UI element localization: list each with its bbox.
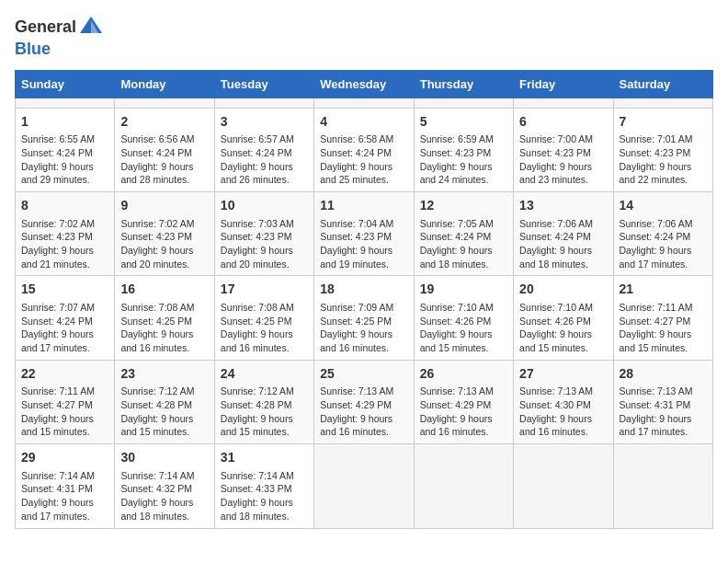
calendar-cell: 1Sunrise: 6:55 AM Sunset: 4:24 PM Daylig… [16, 108, 115, 191]
day-number: 8 [21, 197, 108, 215]
calendar-cell: 29Sunrise: 7:14 AM Sunset: 4:31 PM Dayli… [16, 444, 115, 528]
calendar-table: SundayMondayTuesdayWednesdayThursdayFrid… [15, 70, 713, 529]
day-number: 1 [21, 113, 108, 132]
calendar-cell [414, 98, 513, 108]
day-info: Sunrise: 7:02 AM Sunset: 4:23 PM Dayligh… [120, 217, 208, 271]
calendar-cell [613, 444, 712, 528]
calendar-cell: 11Sunrise: 7:04 AM Sunset: 4:23 PM Dayli… [314, 192, 414, 276]
day-number: 27 [519, 365, 607, 384]
column-header-thursday: Thursday [414, 70, 513, 98]
calendar-cell [16, 98, 115, 108]
day-number: 14 [620, 197, 707, 215]
day-number: 2 [120, 113, 208, 132]
calendar-cell: 16Sunrise: 7:08 AM Sunset: 4:25 PM Dayli… [115, 276, 214, 360]
day-number: 11 [320, 197, 407, 215]
calendar-cell [214, 98, 313, 108]
calendar-cell: 22Sunrise: 7:11 AM Sunset: 4:27 PM Dayli… [16, 360, 115, 443]
page-header: General Blue [15, 15, 713, 59]
calendar-cell [514, 444, 613, 528]
day-info: Sunrise: 7:13 AM Sunset: 4:29 PM Dayligh… [320, 385, 407, 439]
day-info: Sunrise: 7:03 AM Sunset: 4:23 PM Dayligh… [221, 217, 308, 271]
calendar-cell: 9Sunrise: 7:02 AM Sunset: 4:23 PM Daylig… [115, 192, 214, 276]
day-info: Sunrise: 6:58 AM Sunset: 4:24 PM Dayligh… [320, 132, 407, 187]
day-info: Sunrise: 7:10 AM Sunset: 4:26 PM Dayligh… [519, 301, 607, 355]
logo-icon [78, 15, 104, 40]
day-number: 30 [120, 449, 208, 467]
day-number: 19 [420, 281, 507, 299]
day-number: 6 [519, 113, 607, 132]
day-info: Sunrise: 6:57 AM Sunset: 4:24 PM Dayligh… [221, 132, 308, 187]
day-number: 25 [320, 365, 407, 384]
day-number: 28 [620, 365, 707, 384]
day-number: 24 [221, 365, 308, 384]
calendar-week-row: 1Sunrise: 6:55 AM Sunset: 4:24 PM Daylig… [16, 108, 713, 191]
logo: General Blue [15, 15, 104, 59]
day-info: Sunrise: 7:14 AM Sunset: 4:31 PM Dayligh… [21, 469, 108, 523]
day-number: 15 [21, 281, 108, 299]
calendar-cell: 27Sunrise: 7:13 AM Sunset: 4:30 PM Dayli… [514, 360, 613, 443]
calendar-cell: 15Sunrise: 7:07 AM Sunset: 4:24 PM Dayli… [16, 276, 115, 360]
column-header-wednesday: Wednesday [314, 70, 414, 98]
day-info: Sunrise: 7:07 AM Sunset: 4:24 PM Dayligh… [21, 301, 108, 355]
day-info: Sunrise: 7:13 AM Sunset: 4:29 PM Dayligh… [420, 385, 507, 439]
calendar-cell [414, 444, 513, 528]
day-number: 18 [320, 281, 407, 299]
day-info: Sunrise: 7:14 AM Sunset: 4:32 PM Dayligh… [120, 469, 208, 523]
calendar-cell: 7Sunrise: 7:01 AM Sunset: 4:23 PM Daylig… [613, 108, 712, 191]
day-info: Sunrise: 7:12 AM Sunset: 4:28 PM Dayligh… [221, 385, 308, 439]
day-number: 5 [420, 113, 507, 132]
calendar-cell: 25Sunrise: 7:13 AM Sunset: 4:29 PM Dayli… [314, 360, 414, 443]
day-info: Sunrise: 7:10 AM Sunset: 4:26 PM Dayligh… [420, 301, 507, 355]
calendar-cell: 17Sunrise: 7:08 AM Sunset: 4:25 PM Dayli… [214, 276, 313, 360]
day-info: Sunrise: 7:08 AM Sunset: 4:25 PM Dayligh… [120, 301, 208, 355]
day-info: Sunrise: 7:04 AM Sunset: 4:23 PM Dayligh… [320, 217, 407, 271]
calendar-cell: 6Sunrise: 7:00 AM Sunset: 4:23 PM Daylig… [514, 108, 613, 191]
calendar-cell: 28Sunrise: 7:13 AM Sunset: 4:31 PM Dayli… [613, 360, 712, 443]
day-number: 10 [221, 197, 308, 215]
day-info: Sunrise: 7:12 AM Sunset: 4:28 PM Dayligh… [120, 385, 208, 439]
calendar-cell: 21Sunrise: 7:11 AM Sunset: 4:27 PM Dayli… [613, 276, 712, 360]
day-info: Sunrise: 6:59 AM Sunset: 4:23 PM Dayligh… [420, 132, 507, 187]
calendar-cell [514, 98, 613, 108]
calendar-cell: 4Sunrise: 6:58 AM Sunset: 4:24 PM Daylig… [314, 108, 414, 191]
day-number: 22 [21, 365, 108, 384]
day-number: 31 [221, 449, 308, 467]
calendar-cell: 24Sunrise: 7:12 AM Sunset: 4:28 PM Dayli… [214, 360, 313, 443]
day-info: Sunrise: 6:56 AM Sunset: 4:24 PM Dayligh… [120, 132, 208, 187]
calendar-cell [314, 444, 414, 528]
day-info: Sunrise: 7:13 AM Sunset: 4:31 PM Dayligh… [620, 385, 707, 439]
day-info: Sunrise: 7:01 AM Sunset: 4:23 PM Dayligh… [620, 132, 707, 187]
calendar-header-row: SundayMondayTuesdayWednesdayThursdayFrid… [16, 70, 713, 98]
calendar-cell: 14Sunrise: 7:06 AM Sunset: 4:24 PM Dayli… [613, 192, 712, 276]
calendar-cell: 5Sunrise: 6:59 AM Sunset: 4:23 PM Daylig… [414, 108, 513, 191]
column-header-monday: Monday [115, 70, 214, 98]
day-number: 17 [221, 281, 308, 299]
day-number: 12 [420, 197, 507, 215]
column-header-sunday: Sunday [16, 70, 115, 98]
calendar-cell: 30Sunrise: 7:14 AM Sunset: 4:32 PM Dayli… [115, 444, 214, 528]
day-number: 20 [519, 281, 607, 299]
calendar-week-row: 15Sunrise: 7:07 AM Sunset: 4:24 PM Dayli… [16, 276, 713, 360]
day-number: 21 [620, 281, 707, 299]
calendar-cell: 2Sunrise: 6:56 AM Sunset: 4:24 PM Daylig… [115, 108, 214, 191]
day-number: 13 [519, 197, 607, 215]
calendar-cell: 18Sunrise: 7:09 AM Sunset: 4:25 PM Dayli… [314, 276, 414, 360]
day-info: Sunrise: 7:08 AM Sunset: 4:25 PM Dayligh… [221, 301, 308, 355]
day-info: Sunrise: 7:02 AM Sunset: 4:23 PM Dayligh… [21, 217, 108, 271]
day-number: 26 [420, 365, 507, 384]
calendar-cell: 13Sunrise: 7:06 AM Sunset: 4:24 PM Dayli… [514, 192, 613, 276]
calendar-cell: 19Sunrise: 7:10 AM Sunset: 4:26 PM Dayli… [414, 276, 513, 360]
calendar-cell: 20Sunrise: 7:10 AM Sunset: 4:26 PM Dayli… [514, 276, 613, 360]
day-number: 4 [320, 113, 407, 132]
calendar-cell [613, 98, 712, 108]
day-number: 29 [21, 449, 108, 467]
day-info: Sunrise: 7:11 AM Sunset: 4:27 PM Dayligh… [620, 301, 707, 355]
day-info: Sunrise: 7:06 AM Sunset: 4:24 PM Dayligh… [620, 217, 707, 271]
day-info: Sunrise: 7:09 AM Sunset: 4:25 PM Dayligh… [320, 301, 407, 355]
day-number: 7 [620, 113, 707, 132]
calendar-week-row: 29Sunrise: 7:14 AM Sunset: 4:31 PM Dayli… [16, 444, 713, 528]
day-info: Sunrise: 7:05 AM Sunset: 4:24 PM Dayligh… [420, 217, 507, 271]
column-header-saturday: Saturday [613, 70, 712, 98]
column-header-friday: Friday [514, 70, 613, 98]
day-info: Sunrise: 7:14 AM Sunset: 4:33 PM Dayligh… [221, 469, 308, 523]
